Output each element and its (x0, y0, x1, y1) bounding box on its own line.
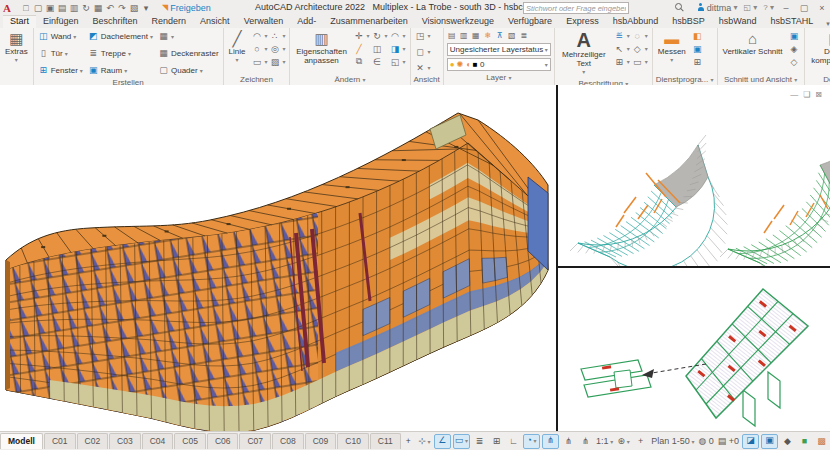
save-icon[interactable]: ▣ (44, 3, 56, 13)
tab-express-tools[interactable]: Express Tools (559, 15, 606, 28)
layer-freeze-icon[interactable]: ❄ (483, 31, 493, 40)
tab-overflow-icon[interactable]: ▾ (820, 20, 830, 28)
tray-icon-orange-icon[interactable]: ▩ (814, 435, 829, 448)
dachelement-button[interactable]: ◩Dachelement▾ (87, 29, 154, 43)
layer-state-dropdown[interactable]: Ungesicherter Layerstatus▾ (447, 43, 551, 56)
section-tool-2[interactable]: ◈ (788, 42, 801, 55)
isodraft-icon[interactable]: ◔ ▾ (523, 434, 540, 449)
wipeout-button[interactable]: ▭▾ (631, 55, 649, 68)
layer-lock-icon[interactable]: ⊼ (495, 31, 505, 40)
mirror-button[interactable]: ◫ (371, 42, 389, 55)
layout-tab-c09[interactable]: C09 (305, 433, 337, 449)
new-file-icon[interactable]: □ (20, 3, 32, 13)
paste-button[interactable]: ◧ (691, 29, 704, 42)
open-file-icon[interactable]: ▢ (32, 3, 44, 13)
viewport-maximize-icon[interactable]: ⊠ (815, 90, 822, 99)
dimension-button[interactable]: ≝▾ (613, 29, 631, 42)
treppe-button[interactable]: ≣Treppe▾ (87, 46, 154, 60)
section-tool-3[interactable]: ◇ (788, 55, 801, 68)
osnap-tracking-icon[interactable]: ≣ (472, 435, 487, 448)
workspace-switching-icon[interactable]: ⊛ ▾ (616, 435, 631, 448)
stretch-button[interactable]: ╱ (352, 42, 370, 55)
graphics-performance-icon[interactable]: ◆ (780, 435, 795, 448)
layer-dropdown[interactable]: ● ✺ ◖ ■ 0▾ (447, 58, 551, 71)
extras-button[interactable]: ▦ Extras▾ (3, 29, 30, 66)
layout-tab-c03[interactable]: C03 (109, 433, 141, 449)
redo-icon[interactable]: ↷ (116, 3, 128, 13)
ellipse-button[interactable]: ◎▾ (268, 42, 286, 55)
viewport-plan-views[interactable] (558, 85, 830, 266)
grid-display-icon[interactable]: ⊞ (489, 435, 504, 448)
tab-hsbstahl[interactable]: hsbSTAHL (763, 15, 820, 28)
restore-button[interactable]: ▢ (798, 3, 810, 13)
signin-user[interactable]: dittma ▾ (689, 3, 738, 13)
minimize-button[interactable]: – (780, 3, 792, 13)
messen-button[interactable]: ▬ Messen▾ (656, 29, 688, 66)
layout-tab-c07[interactable]: C07 (239, 433, 271, 449)
layout-tab-c01[interactable]: C01 (44, 433, 76, 449)
help-icon[interactable]: ? ▾ (763, 3, 774, 12)
sync-icon[interactable]: ↻ (80, 3, 92, 13)
polar-tracking-icon[interactable]: ▭ ▾ (453, 434, 470, 449)
add-layout-button[interactable]: + (402, 434, 415, 449)
tab-rendern[interactable]: Rendern (145, 15, 194, 28)
vertikaler-schnitt-button[interactable]: ⌂ Vertikaler Schnitt (721, 29, 785, 57)
geolocation[interactable]: ◍ 0 (697, 435, 714, 448)
arc-button[interactable]: ◠▾ (250, 29, 268, 42)
trim-button[interactable]: ◨▾ (389, 42, 407, 55)
calculator-button[interactable]: ⊞ (691, 55, 704, 68)
isolate-objects-icon[interactable]: ◪ (742, 434, 759, 449)
viewport-divider-horizontal[interactable] (556, 266, 830, 268)
table-button[interactable]: ⊞▾ (613, 55, 631, 68)
hardware-acceleration-icon[interactable]: ▣ (761, 434, 778, 449)
sheet-set-icon[interactable]: ▧ (128, 3, 140, 13)
layer-isolate-icon[interactable]: ▦ (471, 31, 481, 40)
layout-tab-c10[interactable]: C10 (337, 433, 369, 449)
circle-button[interactable]: ○▾ (250, 42, 268, 55)
layout-tab-c02[interactable]: C02 (77, 433, 109, 449)
point-button[interactable]: ∴▾ (268, 29, 286, 42)
select-button[interactable]: ▣ (691, 42, 704, 55)
tab-start[interactable]: Start (3, 15, 36, 28)
viewport-restore-icon[interactable]: ❏ (803, 90, 810, 99)
rectangle-button[interactable]: ▭▾ (250, 55, 268, 68)
annotation-scale-sync-icon[interactable]: ⋔ (578, 435, 593, 448)
tab-ansicht[interactable]: Ansicht (193, 15, 237, 28)
deckenraster-button[interactable]: ▦Deckenraster (157, 46, 220, 60)
tuer-button[interactable]: ▯Tür▾ (37, 46, 84, 60)
help-search-input[interactable] (523, 2, 629, 14)
annotation-visibility-icon[interactable]: ⋔ (542, 434, 559, 449)
viewport-minimize-icon[interactable]: — (790, 90, 798, 99)
layout-tab-c11[interactable]: C11 (370, 433, 401, 449)
raum-button[interactable]: ▣Raum▾ (87, 63, 154, 77)
plot-icon[interactable]: ▥ (68, 3, 80, 13)
leader-button[interactable]: ↖▾ (613, 42, 631, 55)
tab-hsbwand[interactable]: hsbWand (712, 15, 764, 28)
autoscale-icon[interactable]: ⋔ (561, 435, 576, 448)
view-tool-3[interactable]: ✕▾ (414, 61, 440, 74)
view-tool-2[interactable]: ◻▾ (414, 45, 440, 58)
tab-beschriften[interactable]: Beschriften (86, 15, 145, 28)
eigenschaften-anpassen-button[interactable]: ▥ Eigenschaften anpassen (293, 29, 349, 66)
layer-off-icon[interactable]: ▥ (459, 31, 469, 40)
fillet-button[interactable]: ◠▾ (389, 29, 407, 42)
copy-button[interactable]: ⧉ (352, 55, 370, 68)
print-icon[interactable]: ▦ (92, 3, 104, 13)
cloud-button[interactable]: ◌▾ (631, 29, 649, 42)
layout-tab-c04[interactable]: C04 (142, 433, 174, 449)
layer-match-icon[interactable]: ▧ (507, 31, 517, 40)
hatch-button[interactable]: ▨▾ (268, 55, 286, 68)
viewport-divider-vertical[interactable] (556, 85, 558, 432)
rotate-button[interactable]: ↻▾ (371, 29, 389, 42)
layout-tab-c06[interactable]: C06 (207, 433, 239, 449)
tab-hsbabbund[interactable]: hsbAbbund (606, 15, 666, 28)
detail-komponenten-button[interactable]: ▤ Detail-komponenten (808, 29, 830, 66)
tab-einf-gen[interactable]: Einfügen (36, 15, 86, 28)
fenster-button[interactable]: ⊞Fenster▾ (37, 63, 84, 77)
dynamic-input-icon[interactable]: ∟ (506, 435, 521, 448)
erase-button[interactable]: ◱▾ (389, 55, 407, 68)
move-button[interactable]: ✛▾ (352, 29, 370, 42)
tab-verwalten[interactable]: Verwalten (237, 15, 291, 28)
tab-visionswerkzeuge[interactable]: Visionswerkzeuge (415, 15, 501, 28)
tab-hsbbsp[interactable]: hsbBSP (665, 15, 712, 28)
